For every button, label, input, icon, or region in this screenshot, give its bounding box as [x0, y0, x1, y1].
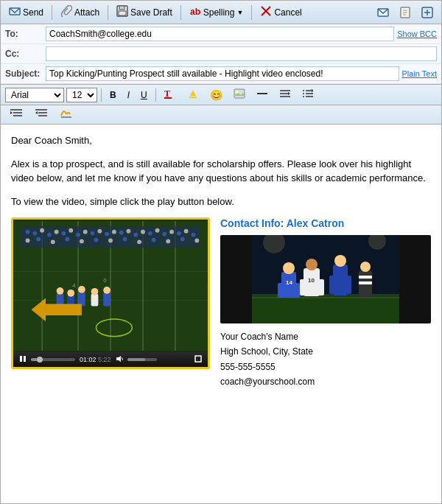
- bold-button[interactable]: B: [105, 88, 121, 102]
- cancel-button[interactable]: Cancel: [256, 4, 305, 21]
- underline-button[interactable]: U: [136, 88, 152, 102]
- subject-input[interactable]: [46, 66, 399, 81]
- attach-button[interactable]: Attach: [57, 4, 103, 21]
- signature-button[interactable]: [55, 107, 77, 122]
- address-book-btn[interactable]: [396, 5, 415, 20]
- spelling-icon: abc: [189, 5, 201, 19]
- align-button[interactable]: [275, 87, 295, 102]
- svg-point-77: [123, 237, 127, 242]
- contact-title: Contact Info: Alex Catron: [220, 217, 431, 229]
- svg-point-84: [57, 287, 64, 295]
- plain-text-button[interactable]: Plain Text: [402, 69, 438, 78]
- svg-text:0: 0: [103, 277, 107, 284]
- font-select[interactable]: Arial Times New Roman Verdana: [5, 88, 64, 102]
- outdent-button[interactable]: [30, 107, 52, 122]
- video-player[interactable]: 4 0 01:02 5:22: [11, 217, 210, 369]
- contact-phone: 555-555-5555: [220, 360, 431, 374]
- svg-point-48: [40, 228, 44, 233]
- time-total: 5:22: [98, 356, 111, 363]
- email-client: Send Attach Save Draft abc Spelling ▼: [0, 0, 442, 504]
- mute-button[interactable]: [116, 355, 123, 364]
- time-current: 01:02: [80, 356, 97, 363]
- send-button[interactable]: Send: [5, 4, 47, 21]
- fullscreen-button[interactable]: [194, 355, 202, 364]
- svg-point-118: [334, 255, 346, 267]
- highlight-button[interactable]: [183, 87, 203, 102]
- list-button[interactable]: [298, 87, 318, 102]
- indent-button[interactable]: [5, 107, 27, 122]
- email-body[interactable]: Dear Coach Smith, Alex is a top prospect…: [1, 125, 441, 503]
- svg-marker-99: [116, 356, 121, 362]
- svg-rect-3: [119, 11, 126, 15]
- cc-input[interactable]: [46, 46, 437, 61]
- svg-text:14: 14: [286, 279, 292, 286]
- video-controls: 01:02 5:22: [13, 352, 208, 367]
- svg-point-78: [137, 239, 141, 244]
- fmt-divider1: [101, 88, 102, 102]
- svg-text:10: 10: [308, 277, 315, 284]
- size-select[interactable]: 81012141618: [66, 88, 97, 102]
- svg-rect-110: [294, 283, 300, 298]
- svg-point-88: [78, 286, 85, 293]
- format-toolbar: Arial Times New Roman Verdana 8101214161…: [1, 85, 441, 105]
- font-color-button[interactable]: T: [160, 87, 180, 102]
- options-btn[interactable]: [418, 5, 437, 20]
- svg-point-70: [26, 238, 30, 242]
- emoji-button[interactable]: 😊: [206, 88, 227, 102]
- svg-rect-2: [119, 6, 124, 10]
- divider1: [52, 5, 52, 20]
- svg-point-75: [94, 237, 99, 242]
- svg-rect-17: [189, 97, 197, 98]
- svg-point-124: [360, 262, 371, 272]
- svg-rect-117: [333, 265, 348, 295]
- svg-point-80: [166, 239, 170, 243]
- svg-rect-123: [359, 281, 372, 284]
- pause-button[interactable]: [19, 355, 27, 364]
- save-draft-button[interactable]: Save Draft: [113, 4, 176, 21]
- svg-rect-87: [78, 292, 85, 307]
- contact-photo: 14 10: [220, 235, 431, 323]
- email-icon-btn[interactable]: [373, 5, 393, 20]
- svg-point-65: [162, 232, 166, 237]
- svg-point-54: [83, 230, 88, 234]
- svg-rect-16: [164, 97, 172, 99]
- header-fields: To: Show BCC Cc: Subject: Plain Text: [1, 24, 441, 85]
- svg-point-55: [91, 231, 95, 236]
- hr-button[interactable]: [252, 87, 273, 102]
- svg-point-113: [306, 259, 318, 270]
- spelling-dropdown-icon: ▼: [236, 9, 243, 16]
- svg-rect-89: [91, 294, 99, 307]
- subject-row: Subject: Plain Text: [1, 64, 441, 84]
- to-input[interactable]: [46, 27, 394, 41]
- svg-point-86: [67, 290, 74, 297]
- svg-rect-105: [252, 294, 399, 323]
- svg-text:T: T: [164, 88, 170, 99]
- svg-rect-120: [346, 276, 351, 294]
- svg-line-100: [122, 357, 123, 360]
- video-screen: 4 0: [13, 220, 208, 352]
- show-bcc-button[interactable]: Show BCC: [397, 29, 437, 38]
- image-button[interactable]: [229, 87, 250, 102]
- cc-row: Cc:: [1, 44, 441, 64]
- svg-point-58: [112, 230, 116, 234]
- time-display: 01:02 5:22: [80, 356, 111, 363]
- svg-point-81: [180, 237, 185, 242]
- toolbar: Send Attach Save Draft abc Spelling ▼: [1, 1, 441, 24]
- svg-point-63: [148, 231, 152, 236]
- contact-email: coach@yourschool.com: [220, 374, 431, 389]
- spelling-button[interactable]: abc Spelling ▼: [186, 4, 248, 21]
- progress-bar[interactable]: [31, 358, 75, 361]
- italic-button[interactable]: I: [123, 88, 134, 102]
- contact-name: Your Coach's Name: [220, 329, 431, 344]
- svg-point-74: [80, 239, 84, 243]
- content-row: 4 0 01:02 5:22: [11, 217, 431, 390]
- send-icon: [9, 5, 21, 19]
- volume-bar[interactable]: [127, 358, 157, 361]
- svg-point-76: [108, 238, 113, 242]
- contact-info: Contact Info: Alex Catron: [220, 217, 431, 390]
- svg-rect-115: [318, 279, 324, 295]
- svg-point-82: [194, 238, 199, 242]
- cancel-icon: [260, 5, 272, 19]
- svg-point-108: [283, 262, 295, 274]
- svg-rect-98: [24, 356, 26, 362]
